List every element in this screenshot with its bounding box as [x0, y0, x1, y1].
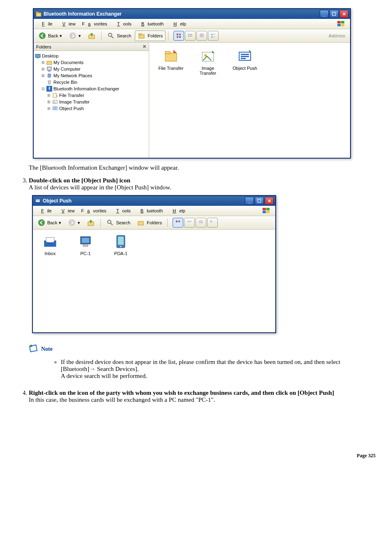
- caption-text: The [Bluetooth Information Exchanger] wi…: [29, 164, 376, 171]
- svg-point-7: [69, 32, 76, 39]
- recycle-bin-icon: [46, 79, 53, 85]
- svg-rect-51: [37, 200, 39, 200]
- item-object-push[interactable]: Object Push: [226, 48, 263, 71]
- expand-icon[interactable]: ⊞: [46, 93, 52, 97]
- menu-bluetooth[interactable]: Bluetooth: [134, 207, 166, 214]
- menu-tools[interactable]: Tools: [110, 207, 134, 214]
- svg-rect-23: [200, 36, 204, 37]
- up-button[interactable]: [84, 217, 98, 228]
- menu-file[interactable]: File: [35, 21, 56, 27]
- close-button[interactable]: ✕: [265, 197, 274, 205]
- tree-image-transfer[interactable]: ⊞Image Transfer: [35, 99, 148, 105]
- address-label: Address: [325, 33, 348, 38]
- view-list[interactable]: [184, 218, 195, 228]
- svg-rect-19: [188, 36, 189, 37]
- tree-mydocs[interactable]: ⊞My Documents: [35, 59, 148, 66]
- svg-rect-52: [263, 208, 266, 210]
- svg-rect-16: [179, 36, 181, 38]
- svg-rect-20: [189, 36, 192, 37]
- close-folders-pane[interactable]: ✕: [143, 44, 146, 49]
- expand-icon[interactable]: ⊞: [40, 60, 46, 64]
- item-file-transfer[interactable]: File Transfer: [152, 48, 189, 71]
- step-subtext: A list of devices will appear in the [Ob…: [29, 184, 171, 191]
- folder-icon: [35, 11, 42, 17]
- folders-button[interactable]: Folders: [135, 30, 166, 41]
- expand-icon[interactable]: ⊞: [46, 106, 52, 111]
- folder-tree: Desktop ⊞My Documents ⊞My Computer ⊞My N…: [34, 51, 149, 113]
- titlebar[interactable]: Bluetooth Information Exchanger _ ☐ ✕: [34, 9, 350, 19]
- item-pda1[interactable]: PDA-1: [109, 234, 132, 328]
- tree-bix[interactable]: ⊟Bluetooth Information Exchanger: [35, 85, 148, 92]
- search-icon: [107, 32, 115, 40]
- search-button[interactable]: Search: [103, 217, 133, 228]
- svg-line-60: [111, 223, 113, 225]
- menu-view[interactable]: View: [56, 21, 79, 27]
- object-push-icon: [35, 198, 41, 204]
- svg-rect-61: [138, 221, 143, 225]
- view-tiles[interactable]: [207, 218, 218, 228]
- tree-recycle[interactable]: Recycle Bin: [35, 79, 148, 85]
- maximize-button[interactable]: ☐: [330, 10, 339, 18]
- view-tiles[interactable]: [208, 31, 219, 41]
- svg-point-6: [39, 32, 46, 39]
- menu-bluetooth[interactable]: Bluetooth: [135, 21, 167, 27]
- toolbar-separator: [167, 218, 168, 227]
- view-details[interactable]: [196, 218, 206, 228]
- back-button[interactable]: Back ▾: [35, 217, 64, 228]
- svg-point-9: [108, 33, 112, 37]
- titlebar[interactable]: Object Push _ ☐ ✕: [33, 196, 275, 206]
- menu-favorites[interactable]: Favorites: [78, 207, 110, 214]
- tree-mycomp[interactable]: ⊞My Computer: [35, 66, 148, 72]
- folders-button[interactable]: Folders: [134, 217, 165, 228]
- forward-button[interactable]: ▾: [65, 217, 83, 228]
- svg-rect-26: [211, 36, 213, 38]
- menu-help[interactable]: Help: [167, 21, 189, 27]
- svg-point-56: [38, 219, 45, 226]
- svg-rect-12: [139, 34, 141, 35]
- minimize-button[interactable]: _: [245, 197, 254, 205]
- view-large-icons[interactable]: [173, 218, 183, 228]
- folders-icon: [137, 219, 145, 227]
- view-details[interactable]: [196, 31, 207, 41]
- svg-rect-49: [241, 58, 246, 59]
- folders-pane: Folders ✕ Desktop ⊞My Documents ⊞My Comp…: [34, 43, 149, 158]
- menu-help[interactable]: Help: [166, 207, 189, 214]
- tree-object-push[interactable]: ⊞Object Push: [35, 105, 148, 112]
- back-button[interactable]: Back ▾: [35, 30, 65, 41]
- maximize-button[interactable]: ☐: [255, 197, 264, 205]
- tree-mynet[interactable]: ⊞My Network Places: [35, 72, 148, 79]
- svg-rect-71: [82, 238, 89, 243]
- client-area: Folders ✕ Desktop ⊞My Documents ⊞My Comp…: [34, 43, 350, 158]
- note-list: If the desired device does not appear in…: [44, 359, 376, 380]
- menu-view[interactable]: View: [55, 207, 78, 214]
- item-image-transfer[interactable]: Image Transfer: [189, 48, 226, 76]
- collapse-icon[interactable]: ⊟: [40, 87, 46, 91]
- pda-icon: [109, 234, 132, 249]
- menu-tools[interactable]: Tools: [111, 21, 135, 27]
- view-large-icons[interactable]: [173, 31, 184, 41]
- forward-button[interactable]: ▾: [66, 30, 84, 41]
- svg-line-10: [111, 36, 113, 38]
- expand-icon[interactable]: ⊞: [40, 74, 46, 78]
- svg-rect-14: [179, 34, 181, 35]
- tree-desktop[interactable]: Desktop: [35, 53, 148, 59]
- tree-file-transfer[interactable]: ⊞File Transfer: [35, 92, 148, 99]
- expand-icon[interactable]: ⊞: [40, 67, 46, 71]
- step-title: Double-click on the [Object Push] icon: [29, 177, 130, 184]
- file-transfer-icon: [52, 92, 58, 99]
- menu-file[interactable]: File: [35, 207, 55, 214]
- view-list[interactable]: [185, 31, 196, 41]
- close-button[interactable]: ✕: [339, 10, 348, 18]
- menu-favorites[interactable]: Favorites: [79, 21, 111, 27]
- minimize-button[interactable]: _: [320, 10, 329, 18]
- svg-rect-47: [241, 54, 249, 55]
- image-transfer-icon: [189, 48, 226, 65]
- svg-rect-31: [47, 67, 51, 70]
- item-pc1[interactable]: PC-1: [74, 234, 97, 328]
- svg-rect-39: [53, 107, 57, 110]
- item-inbox[interactable]: Inbox: [39, 234, 62, 328]
- expand-icon[interactable]: ⊞: [46, 100, 52, 104]
- svg-rect-42: [165, 53, 177, 61]
- search-button[interactable]: Search: [104, 30, 134, 41]
- up-button[interactable]: [85, 30, 99, 41]
